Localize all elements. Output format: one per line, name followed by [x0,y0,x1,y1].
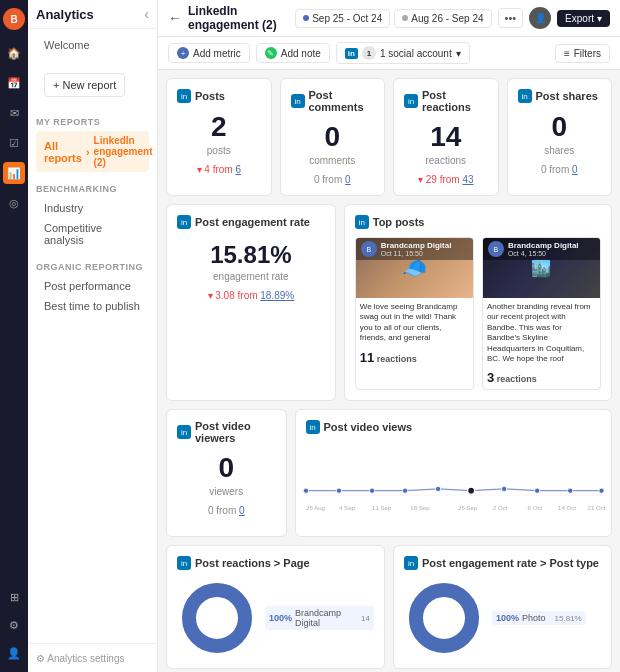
post-2[interactable]: B Brandcamp Digital Oct 4, 15:50 Another… [482,237,601,390]
svg-point-21 [189,590,245,646]
post-reactions-title: Post reactions [422,89,488,113]
date-range-buttons: Sep 25 - Oct 24 Aug 26 - Sep 24 [295,9,491,28]
date-dot-1 [303,15,309,21]
svg-text:25 Sep: 25 Sep [458,504,478,511]
collapse-button[interactable]: ‹ [144,6,149,22]
svg-text:25 Aug: 25 Aug [306,504,325,511]
post-engagement-rate-card: in Post engagement rate 15.81% engagemen… [166,204,336,401]
inbox-icon[interactable]: ✉ [3,102,25,124]
video-viewers-icon: in [177,425,191,439]
settings-icon[interactable]: ⚙ [3,614,25,636]
post-performance-item[interactable]: Post performance [36,276,149,296]
add-note-button[interactable]: ✎ Add note [256,43,330,63]
post-shares-title: Post shares [536,90,598,102]
engagement-rate-change-link[interactable]: 18.89% [260,290,294,301]
all-reports-item[interactable]: All reports › LinkedIn engagement (2) [36,131,149,172]
filter-icon: ≡ [564,48,570,59]
engagement-rate-title: Post engagement rate [195,216,310,228]
tasks-icon[interactable]: ☑ [3,132,25,154]
svg-text:11 Sep: 11 Sep [372,504,392,511]
top-posts-title: Top posts [373,216,425,228]
video-viewers-change-link[interactable]: 0 [239,505,245,516]
filters-button[interactable]: ≡ Filters [555,44,610,63]
engagement-type-title: Post engagement rate > Post type [422,557,599,569]
row-4: in Post reactions > Page 100% Brandcamp … [166,545,612,669]
industry-item[interactable]: Industry [36,198,149,218]
svg-point-9 [567,488,572,493]
post-engagement-type-card: in Post engagement rate > Post type 100%… [393,545,612,669]
post-2-reactions: 3 reactions [483,368,600,389]
posts-change: ▾ 4 from 6 [177,164,261,175]
benchmarking-label: BENCHMARKING [36,184,149,194]
svg-text:21 Oct: 21 Oct [587,504,605,511]
home-icon[interactable]: 🏠 [3,42,25,64]
post-2-image: B Brandcamp Digital Oct 4, 15:50 [483,238,600,298]
date-range-1-button[interactable]: Sep 25 - Oct 24 [295,9,390,28]
post-shares-change: 0 from 0 [518,164,602,175]
more-button[interactable]: ••• [498,8,524,28]
export-button[interactable]: Export ▾ [557,10,610,27]
svg-point-7 [501,487,506,492]
svg-text:2 Oct: 2 Oct [492,504,507,511]
post-2-avatar: B [488,241,504,257]
analytics-settings-link[interactable]: ⚙ Analytics settings [36,653,124,664]
svg-point-1 [303,488,308,493]
row-1: in Posts 2 posts ▾ 4 from 6 in Post comm… [166,78,612,196]
post-reactions-change-link[interactable]: 43 [462,174,473,185]
post-2-text: Another branding reveal from our recent … [483,298,600,368]
post-comments-card: in Post comments 0 comments 0 from 0 [280,78,386,196]
report-title: LinkedIn engagement (2) [188,4,289,32]
engagement-type-legend-row: 100% Photo 15.81% [492,611,586,625]
best-time-item[interactable]: Best time to publish [36,296,149,316]
brand-icon[interactable]: B [3,8,25,30]
avatar-button[interactable]: 👤 [529,7,551,29]
svg-text:14 Oct: 14 Oct [558,504,576,511]
post-comments-change: 0 from 0 [291,174,375,185]
post-1[interactable]: B Brandcamp Digital Oct 11, 15:50 We lov… [355,237,474,390]
social-account-button[interactable]: in 1 1 social account ▾ [336,42,470,64]
post-comments-change-link[interactable]: 0 [345,174,351,185]
video-views-icon: in [306,420,320,434]
user-icon[interactable]: 👤 [3,642,25,664]
svg-text:4 Sep: 4 Sep [339,504,356,511]
svg-point-2 [336,488,341,493]
video-viewers-value: 0 [177,452,276,484]
video-viewers-change: 0 from 0 [177,505,276,516]
svg-point-4 [402,488,407,493]
post-reactions-change: ▾ 29 from 43 [404,174,488,185]
reactions-page-donut-svg [177,578,257,658]
new-report-button[interactable]: + New report [44,73,125,97]
top-header: ← LinkedIn engagement (2) Sep 25 - Oct 2… [158,0,620,37]
post-reactions-unit: reactions [404,155,488,166]
video-views-card: in Post video views [295,409,613,537]
post-2-author: Brandcamp Digital [508,241,579,250]
engagement-rate-unit: engagement rate [177,271,325,282]
social-icon[interactable]: ◎ [3,192,25,214]
calendar-icon[interactable]: 📅 [3,72,25,94]
engagement-type-donut: 100% Photo 15.81% [404,578,601,658]
post-shares-change-link[interactable]: 0 [572,164,578,175]
analytics-icon[interactable]: 📊 [3,162,25,184]
competitive-item[interactable]: Competitive analysis [36,218,149,250]
add-metric-button[interactable]: + Add metric [168,43,250,63]
post-reactions-value: 14 [404,121,488,153]
dashboard: in Posts 2 posts ▾ 4 from 6 in Post comm… [158,70,620,672]
back-button[interactable]: ← [168,10,182,26]
posts-value: 2 [177,111,261,143]
svg-text:18 Sep: 18 Sep [410,504,430,511]
post-comments-value: 0 [291,121,375,153]
welcome-item[interactable]: Welcome [36,35,149,55]
main-content: ← LinkedIn engagement (2) Sep 25 - Oct 2… [158,0,620,672]
add-metric-icon: + [177,47,189,59]
grid-icon[interactable]: ⊞ [3,586,25,608]
svg-point-6 [467,488,474,495]
dropdown-arrow: ▾ [456,48,461,59]
post-comments-unit: comments [291,155,375,166]
posts-change-link[interactable]: 6 [235,164,241,175]
svg-point-23 [416,590,472,646]
engagement-type-icon: in [404,556,418,570]
post-reactions-icon: in [404,94,418,108]
date-range-2-button[interactable]: Aug 26 - Sep 24 [394,9,491,28]
post-1-overlay: B Brandcamp Digital Oct 11, 15:50 [356,238,473,260]
organic-reporting-label: ORGANIC REPORTING [36,262,149,272]
